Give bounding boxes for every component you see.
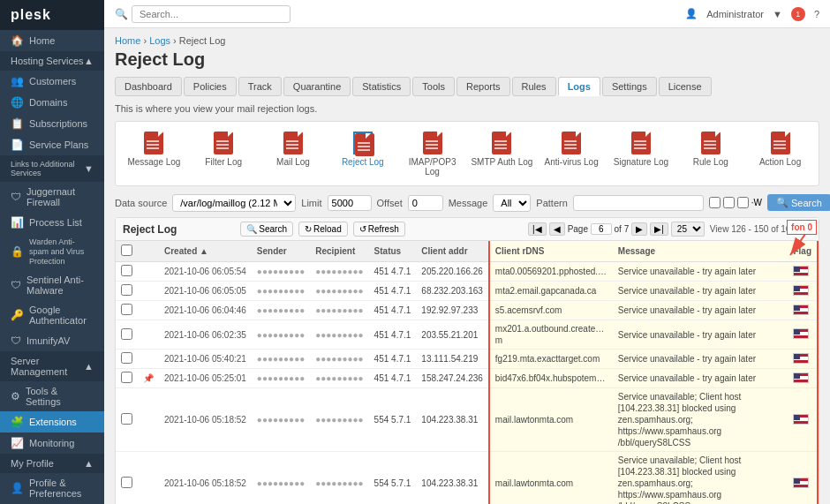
col-header-status[interactable]: Status <box>369 241 417 262</box>
search-toolbar-btn[interactable]: 🔍 Search <box>240 222 293 237</box>
google-auth-icon: 🔑 <box>11 309 24 321</box>
datasource-select[interactable]: /var/log/maillog (2.12 MB) <box>172 194 296 212</box>
search-tool-icon: 🔍 <box>246 224 257 234</box>
sidebar-group-hosting[interactable]: Hosting Services ▲ <box>0 51 104 71</box>
sidebar-item-extensions[interactable]: 🧩 Extensions <box>0 411 104 433</box>
sidebar-item-subscriptions[interactable]: 📋 Subscriptions <box>0 113 104 134</box>
refresh-btn[interactable]: ↺ Refresh <box>353 222 405 237</box>
checkbox-a[interactable] <box>709 197 721 208</box>
sidebar-item-monitoring[interactable]: 📈 Monitoring <box>0 433 104 454</box>
col-header-client-addr[interactable]: Client addr <box>416 241 489 262</box>
log-icon-reject[interactable]: Reject Log <box>328 129 397 178</box>
log-icon-filter[interactable]: Filter Log <box>189 129 259 178</box>
tab-tools[interactable]: Tools <box>412 77 455 96</box>
row-rdns: fg219.mta.exacttarget.com <box>489 350 613 369</box>
select-all[interactable] <box>121 244 132 256</box>
row-check[interactable] <box>116 282 138 301</box>
log-icon-antivirus[interactable]: Anti-virus Log <box>537 129 607 178</box>
sidebar-item-domains[interactable]: 🌐 Domains <box>0 92 104 113</box>
prev-page-btn[interactable]: ◀ <box>549 222 565 236</box>
row-check[interactable] <box>116 320 138 350</box>
notification-badge[interactable]: 1 <box>791 7 805 21</box>
row-rdns: mta2.email.gapcanada.ca <box>489 282 613 301</box>
offset-input[interactable] <box>408 195 443 211</box>
message-select[interactable]: All <box>493 194 531 212</box>
col-header-sender[interactable]: Sender <box>252 241 310 262</box>
last-page-btn[interactable]: ▶| <box>650 222 668 236</box>
row-check[interactable] <box>116 452 138 505</box>
log-icon-imap[interactable]: IMAP/POP3 Log <box>397 129 467 178</box>
row-client-addr: 203.55.21.201 <box>416 320 489 350</box>
sidebar-item-process-list[interactable]: 📊 Process List <box>0 212 104 233</box>
sidebar-group-profile[interactable]: My Profile ▲ <box>0 454 104 473</box>
limit-input[interactable] <box>328 195 372 211</box>
pattern-input[interactable] <box>573 195 704 211</box>
log-icon-mail[interactable]: Mail Log <box>259 129 328 178</box>
col-header-message[interactable]: Message <box>613 241 788 262</box>
log-icon-signature[interactable]: Signature Log <box>607 129 676 178</box>
sidebar-item-imunify[interactable]: 🛡 ImunifyAV <box>0 330 104 351</box>
sidebar-item-google-auth[interactable]: 🔑 Google Authenticator <box>0 300 104 330</box>
col-header-check <box>116 241 138 262</box>
breadcrumb-logs[interactable]: Logs <box>149 35 170 46</box>
row-check[interactable] <box>116 350 138 369</box>
sidebar-item-service-plans[interactable]: 📄 Service Plans <box>0 134 104 155</box>
log-icon-smtp[interactable]: SMTP Auth Log <box>467 129 537 178</box>
row-check[interactable] <box>116 301 138 320</box>
tab-rules[interactable]: Rules <box>512 77 556 96</box>
row-check[interactable] <box>116 388 138 452</box>
row-pin <box>138 320 159 350</box>
tab-track[interactable]: Track <box>238 77 282 96</box>
log-icon-action[interactable]: Action Log <box>745 129 815 178</box>
row-flag <box>788 350 818 369</box>
tab-logs[interactable]: Logs <box>558 77 600 96</box>
tab-settings[interactable]: Settings <box>602 77 657 96</box>
page-input[interactable] <box>591 223 612 235</box>
sidebar-group-server[interactable]: Server Management ▲ <box>0 351 104 381</box>
sidebar-item-profile[interactable]: 👤 Profile & Preferences <box>0 473 104 503</box>
col-header-rdns[interactable]: Client rDNS <box>489 241 613 262</box>
next-page-btn[interactable]: ▶ <box>631 222 647 236</box>
sidebar-item-tools[interactable]: ⚙ Tools & Settings <box>0 381 104 411</box>
breadcrumb: Home › Logs › Reject Log <box>115 35 819 46</box>
row-recipient: ●●●●●●●●● <box>310 369 368 388</box>
row-created: 2021-10-06 05:40:21 <box>159 350 252 369</box>
col-header-flag[interactable]: Flag <box>788 241 818 262</box>
tab-policies[interactable]: Policies <box>184 77 237 96</box>
reload-btn[interactable]: ↻ Reload <box>298 222 348 237</box>
checkbox-c[interactable] <box>737 197 749 208</box>
row-rdns: mx201.a.outbound.createsend.co m <box>489 320 613 350</box>
row-check[interactable] <box>116 369 138 388</box>
checkbox-b[interactable] <box>723 197 735 208</box>
sidebar-item-warden[interactable]: 🔒 Warden Anti-spam and Virus Protection <box>0 233 104 270</box>
search-input[interactable] <box>132 5 290 23</box>
row-message: Service unavailable - try again later <box>613 301 788 320</box>
tab-reports[interactable]: Reports <box>456 77 510 96</box>
log-icon-rule[interactable]: Rule Log <box>675 129 745 178</box>
row-status: 451 4.7.1 <box>369 320 417 350</box>
flag-us-icon <box>793 266 809 276</box>
sidebar-item-customers[interactable]: 👥 Customers <box>0 71 104 92</box>
search-button[interactable]: 🔍 Search <box>767 194 830 211</box>
sidebar-item-home[interactable]: 🏠 Home <box>0 30 104 51</box>
breadcrumb-home[interactable]: Home <box>115 35 140 46</box>
tab-license[interactable]: License <box>659 77 712 96</box>
sidebar-item-juggernaut[interactable]: 🛡 Juggernaut Firewall <box>0 182 104 212</box>
sidebar: plesk 🏠 Home Hosting Services ▲ 👥 Custom… <box>0 0 104 504</box>
tab-dashboard[interactable]: Dashboard <box>115 77 182 96</box>
tab-quarantine[interactable]: Quarantine <box>283 77 351 96</box>
log-icon-message[interactable]: Message Log <box>119 129 189 178</box>
col-header-recipient[interactable]: Recipient <box>310 241 368 262</box>
help-icon[interactable]: ? <box>814 9 819 19</box>
row-pin <box>138 301 159 320</box>
row-check[interactable] <box>116 262 138 282</box>
close-btn[interactable]: ✕ <box>801 222 811 237</box>
col-header-created[interactable]: Created ▲ <box>159 241 252 262</box>
per-page-select[interactable]: 25 <box>671 222 705 237</box>
first-page-btn[interactable]: |◀ <box>528 222 547 236</box>
tab-statistics[interactable]: Statistics <box>352 77 411 96</box>
row-client-addr: 68.232.203.163 <box>416 282 489 301</box>
log-label-antivirus: Anti-virus Log <box>545 157 599 167</box>
sidebar-group-additional[interactable]: Links to Additional Services ▼ <box>0 155 104 182</box>
sidebar-item-sentinel[interactable]: 🛡 Sentinel Anti-Malware <box>0 270 104 300</box>
